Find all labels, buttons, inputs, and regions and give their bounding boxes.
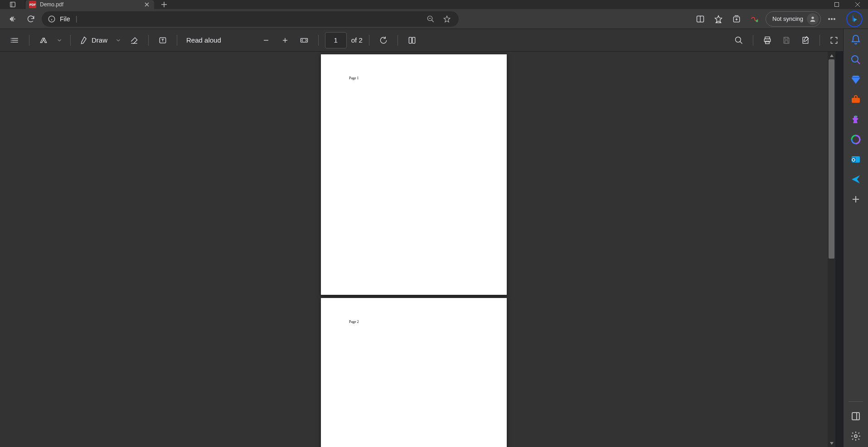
save-as-button[interactable]	[798, 33, 813, 48]
svg-point-69	[854, 435, 857, 437]
page-2-text: Page 2	[349, 320, 359, 324]
zoom-in-button[interactable]	[277, 33, 293, 48]
sidebar-send-icon[interactable]	[850, 174, 861, 185]
sync-label: Not syncing	[772, 15, 803, 22]
svg-rect-53	[785, 40, 788, 43]
refresh-button[interactable]	[24, 12, 38, 26]
save-button[interactable]	[779, 33, 794, 48]
pdf-icon: PDF	[29, 1, 36, 8]
site-info-icon[interactable]	[47, 14, 56, 24]
svg-point-35	[11, 40, 12, 41]
highlight-button[interactable]	[36, 33, 51, 48]
page-1-text: Page 1	[349, 76, 359, 80]
svg-line-48	[740, 41, 742, 43]
svg-line-58	[857, 61, 860, 64]
sidebar-hide-button[interactable]	[850, 411, 861, 422]
read-aloud-label: Read aloud	[186, 36, 221, 44]
svg-rect-6	[835, 3, 839, 7]
window-maximize-button[interactable]	[826, 0, 847, 9]
address-bar[interactable]: File |	[42, 11, 459, 27]
zoom-out-button[interactable]	[258, 33, 274, 48]
svg-point-60	[855, 115, 857, 117]
sidebar-notifications-icon[interactable]	[850, 34, 861, 45]
more-menu-button[interactable]	[824, 12, 839, 26]
pdf-toolbar: Draw Read aloud of 2	[0, 29, 868, 52]
svg-point-47	[736, 37, 741, 42]
sidebar-office-icon[interactable]	[850, 134, 861, 145]
print-button[interactable]	[760, 33, 775, 48]
svg-point-26	[756, 19, 758, 22]
draw-dropdown[interactable]	[114, 33, 123, 48]
pdf-viewer: Page 1 Page 2	[0, 52, 835, 447]
svg-rect-59	[852, 98, 860, 103]
window-controls	[826, 0, 868, 9]
erase-button[interactable]	[126, 33, 142, 48]
svg-rect-46	[412, 37, 415, 43]
svg-point-30	[834, 18, 835, 19]
svg-rect-0	[10, 2, 15, 7]
find-button[interactable]	[731, 33, 747, 48]
fit-width-button[interactable]	[296, 33, 312, 48]
read-aloud-button[interactable]: Read aloud	[184, 33, 224, 48]
split-screen-button[interactable]	[693, 12, 708, 26]
title-bar: PDF Demo.pdf	[0, 0, 868, 9]
sidebar-shopping-icon[interactable]	[850, 74, 861, 85]
svg-point-34	[11, 38, 12, 39]
rotate-button[interactable]	[376, 33, 391, 48]
page-number-input[interactable]	[325, 32, 347, 48]
new-tab-button[interactable]	[158, 0, 170, 9]
draw-label: Draw	[92, 36, 107, 44]
tab-actions-button[interactable]	[0, 0, 25, 9]
svg-marker-55	[830, 54, 834, 57]
pdf-page-2[interactable]: Page 2	[321, 298, 507, 447]
highlight-dropdown[interactable]	[55, 33, 64, 48]
svg-marker-17	[444, 16, 450, 22]
bing-button[interactable]	[846, 11, 863, 27]
nav-bar: File | Not syncing	[0, 9, 868, 29]
page-view-button[interactable]	[404, 33, 420, 48]
svg-point-57	[852, 56, 858, 62]
favorite-star-icon[interactable]	[441, 13, 453, 25]
sidebar-tools-icon[interactable]	[850, 94, 861, 105]
svg-point-28	[829, 18, 830, 19]
tab-demo-pdf[interactable]: PDF Demo.pdf	[25, 0, 154, 9]
sidebar-add-button[interactable]	[850, 194, 861, 205]
avatar-icon	[807, 13, 819, 25]
tab-title: Demo.pdf	[40, 1, 140, 8]
window-close-button[interactable]	[847, 0, 868, 9]
favorites-button[interactable]	[711, 12, 726, 26]
sidebar-search-icon[interactable]	[850, 54, 861, 65]
sidebar-settings-button[interactable]	[850, 431, 861, 442]
page-total: of 2	[351, 36, 363, 44]
profile-sync-button[interactable]: Not syncing	[766, 11, 821, 27]
svg-point-36	[11, 42, 12, 43]
svg-rect-49	[765, 37, 770, 38]
zoom-out-addr-icon[interactable]	[424, 13, 437, 25]
scroll-down-button[interactable]	[828, 439, 835, 447]
contents-button[interactable]	[7, 33, 23, 48]
collections-button[interactable]	[729, 12, 744, 26]
svg-marker-56	[830, 442, 834, 445]
svg-rect-67	[852, 413, 859, 420]
svg-line-15	[432, 20, 434, 22]
tab-close-button[interactable]	[143, 1, 150, 8]
svg-rect-52	[785, 37, 788, 39]
scroll-up-button[interactable]	[828, 52, 835, 59]
fullscreen-button[interactable]	[826, 33, 842, 48]
sidebar-outlook-icon[interactable]	[850, 154, 861, 165]
browser-essentials-button[interactable]	[747, 12, 762, 26]
back-button[interactable]	[5, 12, 20, 26]
svg-marker-20	[715, 15, 722, 22]
svg-point-27	[811, 16, 814, 19]
draw-button[interactable]: Draw	[77, 33, 110, 48]
pdf-pages-container[interactable]: Page 1 Page 2	[0, 52, 828, 447]
add-text-button[interactable]	[155, 33, 170, 48]
address-scheme: File	[60, 15, 70, 23]
vertical-scrollbar[interactable]	[828, 52, 835, 447]
address-separator: |	[76, 15, 78, 23]
pdf-page-1[interactable]: Page 1	[321, 54, 507, 295]
scroll-thumb[interactable]	[829, 59, 834, 259]
edge-sidebar	[843, 29, 868, 447]
sidebar-games-icon[interactable]	[850, 114, 861, 125]
svg-rect-45	[409, 37, 412, 43]
